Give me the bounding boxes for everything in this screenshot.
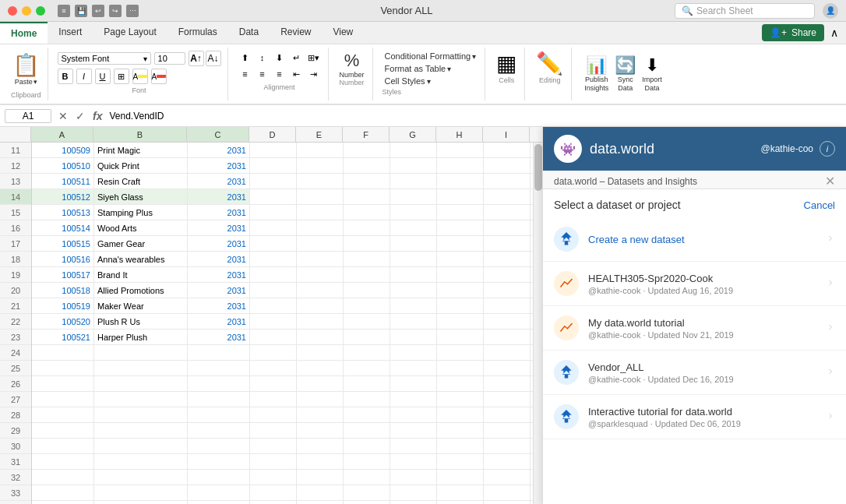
cell-g[interactable]: [390, 158, 437, 173]
row-number[interactable]: 31: [0, 454, 31, 470]
formula-input[interactable]: [109, 111, 841, 122]
cell-e[interactable]: [297, 158, 344, 173]
cell-f[interactable]: [344, 174, 390, 189]
cell-name[interactable]: Quick Print: [94, 158, 188, 173]
cell-h[interactable]: [437, 220, 484, 235]
cell-i[interactable]: [484, 252, 531, 266]
cell-g[interactable]: [390, 345, 437, 360]
row-number[interactable]: 21: [0, 298, 31, 314]
cell-name[interactable]: [94, 423, 188, 438]
cell-name[interactable]: Gamer Gear: [94, 236, 188, 251]
cell-f[interactable]: [344, 267, 390, 282]
cell-f[interactable]: [344, 485, 390, 500]
row-number[interactable]: 33: [0, 485, 31, 501]
sync-data-button[interactable]: 🔄 SyncData: [615, 55, 636, 93]
cell-num[interactable]: 2031: [188, 298, 250, 313]
cell-e[interactable]: [297, 454, 344, 469]
format-as-table-button[interactable]: Format as Table ▾: [382, 63, 479, 74]
align-middle-button[interactable]: ↕: [255, 51, 270, 65]
cell-h[interactable]: [437, 143, 484, 157]
cell-i[interactable]: [484, 220, 531, 235]
cell-num[interactable]: [188, 454, 250, 469]
cell-num[interactable]: [188, 361, 250, 375]
cell-i[interactable]: [484, 345, 531, 360]
cell-name[interactable]: [94, 439, 188, 453]
cell-id[interactable]: 100511: [32, 174, 94, 189]
row-number[interactable]: 13: [0, 174, 31, 189]
cell-g[interactable]: [390, 330, 437, 344]
close-button[interactable]: [8, 6, 17, 16]
cell-g[interactable]: [390, 314, 437, 329]
font-size-selector[interactable]: 10: [154, 52, 185, 65]
cell-f[interactable]: [344, 220, 390, 235]
cell-f[interactable]: [344, 189, 390, 204]
col-header-f[interactable]: F: [343, 127, 390, 142]
cell-f[interactable]: [344, 330, 390, 344]
cell-id[interactable]: [32, 501, 94, 504]
cell-f[interactable]: [344, 392, 390, 407]
cell-name[interactable]: Resin Craft: [94, 174, 188, 189]
cell-num[interactable]: 2031: [188, 158, 250, 173]
cell-h[interactable]: [437, 267, 484, 282]
cell-id[interactable]: [32, 392, 94, 407]
row-number[interactable]: 11: [0, 143, 31, 158]
cell-e[interactable]: [297, 143, 344, 157]
save-icon[interactable]: 💾: [75, 5, 87, 17]
cell-e[interactable]: [297, 174, 344, 189]
font-color-button[interactable]: A: [151, 69, 167, 84]
cell-e[interactable]: [297, 485, 344, 500]
cell-e[interactable]: [297, 439, 344, 453]
row-number[interactable]: 16: [0, 220, 31, 236]
cell-e[interactable]: [297, 376, 344, 391]
bold-button[interactable]: B: [58, 69, 73, 84]
col-header-h[interactable]: H: [436, 127, 483, 142]
row-number[interactable]: 26: [0, 376, 31, 392]
cell-name[interactable]: Wood Arts: [94, 220, 188, 235]
cell-d[interactable]: [250, 158, 297, 173]
cell-e[interactable]: [297, 252, 344, 266]
cell-i[interactable]: [484, 423, 531, 438]
cell-d[interactable]: [250, 330, 297, 344]
cell-h[interactable]: [437, 252, 484, 266]
minimize-button[interactable]: [22, 6, 31, 16]
cell-id[interactable]: [32, 470, 94, 485]
cell-i[interactable]: [484, 485, 531, 500]
cell-g[interactable]: [390, 454, 437, 469]
maximize-button[interactable]: [36, 6, 45, 16]
cell-id[interactable]: [32, 485, 94, 500]
cell-id[interactable]: 100516: [32, 252, 94, 266]
cell-styles-button[interactable]: Cell Styles ▾: [382, 76, 479, 86]
cell-name[interactable]: [94, 485, 188, 500]
cell-g[interactable]: [390, 470, 437, 485]
cell-i[interactable]: [484, 189, 531, 204]
cell-num[interactable]: 2031: [188, 236, 250, 251]
cell-d[interactable]: [250, 189, 297, 204]
cell-id[interactable]: [32, 345, 94, 360]
cell-id[interactable]: 100513: [32, 205, 94, 220]
sidebar-cancel-button[interactable]: Cancel: [804, 199, 835, 211]
row-number[interactable]: 15: [0, 205, 31, 220]
user-avatar[interactable]: 👤: [823, 3, 838, 19]
cell-g[interactable]: [390, 407, 437, 422]
cell-d[interactable]: [250, 236, 297, 251]
cell-g[interactable]: [390, 252, 437, 266]
insert-function-icon[interactable]: fx: [90, 110, 104, 122]
cell-id[interactable]: 100512: [32, 189, 94, 204]
cell-d[interactable]: [250, 454, 297, 469]
col-header-d[interactable]: D: [249, 127, 296, 142]
cell-num[interactable]: 2031: [188, 174, 250, 189]
cell-name[interactable]: [94, 470, 188, 485]
sidebar-item-vendorAll[interactable]: Vendor_ALL@kathie-cook · Updated Dec 16,…: [543, 351, 846, 395]
italic-button[interactable]: I: [76, 69, 92, 84]
row-number[interactable]: 25: [0, 361, 31, 376]
cell-i[interactable]: [484, 236, 531, 251]
cell-id[interactable]: [32, 423, 94, 438]
cell-id[interactable]: 100510: [32, 158, 94, 173]
cell-d[interactable]: [250, 143, 297, 157]
cell-g[interactable]: [390, 485, 437, 500]
cell-d[interactable]: [250, 205, 297, 220]
cell-h[interactable]: [437, 314, 484, 329]
cell-f[interactable]: [344, 439, 390, 453]
cell-h[interactable]: [437, 407, 484, 422]
cell-i[interactable]: [484, 314, 531, 329]
